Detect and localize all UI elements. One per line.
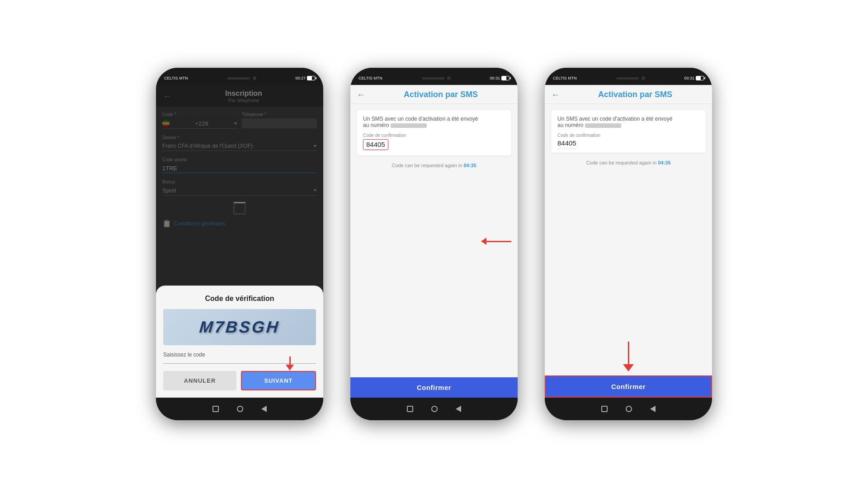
nav-triangle-2[interactable] bbox=[456, 406, 461, 412]
status-right-3: 00:31 bbox=[684, 76, 704, 80]
nav-circle-2[interactable] bbox=[431, 406, 438, 412]
captcha-text: M7BSGH bbox=[198, 318, 281, 337]
confirmation-label-2: Code de confirmation bbox=[363, 133, 505, 138]
nav-square-2[interactable] bbox=[407, 406, 413, 412]
confirmation-box-2: 84405 bbox=[363, 139, 388, 150]
arrow-shaft-3 bbox=[628, 342, 629, 364]
sms-title-2: Activation par SMS bbox=[370, 90, 511, 99]
phone-2-bottom bbox=[350, 398, 518, 420]
phone-blur-3 bbox=[585, 123, 621, 128]
sms-content-2: Un SMS avec un code d'activation a été e… bbox=[350, 104, 518, 398]
sms-info-text-2: Un SMS avec un code d'activation a été e… bbox=[363, 116, 505, 128]
confirmation-value-2: 84405 bbox=[366, 141, 385, 150]
next-button[interactable]: SUIVANT bbox=[241, 371, 316, 390]
phone-blur-2 bbox=[391, 123, 427, 128]
sms-title-3: Activation par SMS bbox=[565, 90, 706, 99]
resend-text-3: Code can be requested again in 04:35 bbox=[551, 160, 706, 165]
camera-3 bbox=[642, 76, 645, 80]
arrow-annotation-1 bbox=[286, 357, 294, 371]
arrow-annotation-3 bbox=[623, 342, 634, 371]
resend-text-2: Code can be requested again in 04:35 bbox=[357, 163, 511, 168]
sms-info-box-3: Un SMS avec un code d'activation a été e… bbox=[551, 110, 706, 153]
nav-square-3[interactable] bbox=[601, 406, 608, 412]
phone-2: CELTIS MTN 00:31 ← Activation par SMS Un… bbox=[350, 68, 518, 420]
phone-1-bottom bbox=[156, 398, 323, 420]
speaker-3 bbox=[616, 77, 639, 80]
status-left-2: CELTIS MTN bbox=[359, 76, 382, 80]
resend-timer-3: 04:35 bbox=[658, 160, 670, 165]
modal-title: Code de vérification bbox=[163, 295, 316, 303]
confirm-button-3[interactable]: Confirmer bbox=[545, 375, 712, 398]
sms-info-box-2: Un SMS avec un code d'activation a été e… bbox=[357, 110, 511, 155]
nav-square-1[interactable] bbox=[212, 406, 219, 412]
phone-3-bottom bbox=[545, 398, 712, 420]
speaker-1 bbox=[227, 77, 250, 80]
confirmation-label-3: Code de confirmation bbox=[557, 133, 699, 138]
status-left-3: CELTIS MTN bbox=[553, 76, 577, 80]
speaker-2 bbox=[422, 77, 444, 80]
verification-modal: Code de vérification M7BSGH Saisissez le… bbox=[156, 286, 323, 398]
notch-3 bbox=[606, 73, 656, 83]
phone-1-screen: ← Inscription Par téléphone Code * +229 bbox=[156, 85, 323, 398]
nav-triangle-1[interactable] bbox=[261, 406, 267, 412]
arrow-annotation-2 bbox=[481, 238, 511, 245]
nav-circle-3[interactable] bbox=[626, 406, 632, 412]
nav-triangle-3[interactable] bbox=[650, 406, 656, 412]
arrow-shaft-h-2 bbox=[486, 241, 511, 242]
phone-3: CELTIS MTN 00:31 ← Activation par SMS Un… bbox=[545, 68, 712, 420]
phone-2-top-bar: CELTIS MTN 00:31 bbox=[350, 68, 518, 85]
captcha-image: M7BSGH bbox=[163, 309, 316, 345]
camera-1 bbox=[253, 76, 256, 80]
arrow-head-left-2 bbox=[481, 238, 486, 245]
status-left-1: CELTIS MTN bbox=[164, 76, 188, 80]
battery-3 bbox=[696, 76, 704, 80]
cancel-button[interactable]: ANNULER bbox=[163, 371, 236, 390]
notch-1 bbox=[217, 73, 267, 83]
battery-2 bbox=[501, 76, 509, 80]
phone-3-screen: ← Activation par SMS Un SMS avec un code… bbox=[545, 85, 712, 398]
confirm-button-2[interactable]: Confirmer bbox=[350, 377, 518, 398]
confirmation-field-2: Code de confirmation 84405 bbox=[363, 133, 505, 150]
status-right-1: 00:27 bbox=[295, 76, 315, 80]
back-button-3[interactable]: ← bbox=[551, 89, 560, 100]
arrow-head-3 bbox=[623, 364, 634, 371]
status-right-2: 00:31 bbox=[490, 76, 509, 80]
resend-timer-2: 04:35 bbox=[463, 163, 476, 168]
back-button-2[interactable]: ← bbox=[357, 89, 366, 100]
sms-info-text-3: Un SMS avec un code d'activation a été e… bbox=[557, 116, 699, 128]
sms-header-2: ← Activation par SMS bbox=[350, 85, 518, 104]
phone-1: CELTIS MTN 00:27 ← Inscription Par télép… bbox=[156, 68, 323, 420]
arrow-head-1 bbox=[286, 365, 294, 371]
nav-circle-1[interactable] bbox=[237, 406, 243, 412]
phone-1-top-bar: CELTIS MTN 00:27 bbox=[156, 68, 323, 85]
confirmation-field-3: Code de confirmation 84405 bbox=[557, 133, 699, 147]
sms-header-3: ← Activation par SMS bbox=[545, 85, 712, 104]
arrow-shaft-1 bbox=[289, 357, 291, 365]
camera-2 bbox=[447, 76, 451, 80]
phone-3-top-bar: CELTIS MTN 00:31 bbox=[545, 68, 712, 85]
phone-2-screen: ← Activation par SMS Un SMS avec un code… bbox=[350, 85, 518, 398]
confirmation-value-3: 84405 bbox=[557, 139, 576, 149]
battery-1 bbox=[307, 76, 315, 80]
modal-buttons: ANNULER SUIVANT bbox=[163, 371, 316, 390]
notch-2 bbox=[411, 73, 461, 83]
